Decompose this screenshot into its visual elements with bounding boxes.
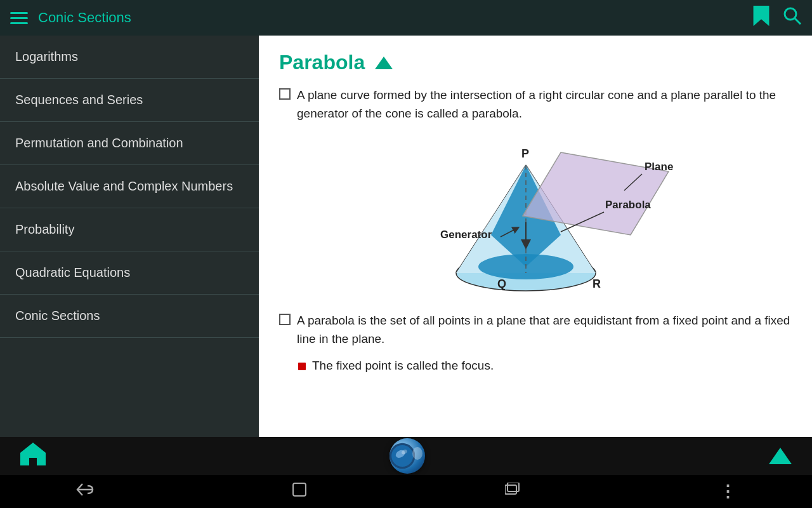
svg-rect-29 bbox=[293, 483, 306, 496]
page-up-arrow[interactable] bbox=[769, 448, 792, 464]
sub-bullet-dot-1 bbox=[298, 363, 306, 370]
svg-text:P: P bbox=[521, 147, 529, 160]
bullet-text-2: A parabola is the set of all points in a… bbox=[297, 311, 792, 349]
bullet-checkbox-1 bbox=[279, 88, 291, 100]
svg-text:Q: Q bbox=[497, 277, 506, 290]
sidebar-item-logarithms[interactable]: Logarithms bbox=[0, 36, 259, 79]
sidebar-item-permutation[interactable]: Permutation and Combination bbox=[0, 122, 259, 165]
topbar-right bbox=[752, 6, 802, 30]
svg-line-2 bbox=[795, 18, 801, 24]
parabola-header: Parabola bbox=[279, 51, 792, 74]
sidebar-item-conic[interactable]: Conic Sections bbox=[0, 295, 259, 338]
app-logo[interactable] bbox=[390, 438, 425, 474]
sidebar-item-sequences[interactable]: Sequences and Series bbox=[0, 79, 259, 122]
app-title: Conic Sections bbox=[38, 10, 131, 26]
main-area: Logarithms Sequences and Series Permutat… bbox=[0, 36, 812, 437]
search-icon[interactable] bbox=[783, 6, 802, 30]
parabola-diagram: P Q R Generator Plane Parabola bbox=[377, 133, 694, 298]
nav-back-button[interactable] bbox=[76, 483, 94, 500]
bottombar bbox=[0, 437, 812, 475]
svg-point-1 bbox=[785, 8, 796, 20]
sub-bullet-text-1: The fixed point is called the focus. bbox=[312, 359, 494, 373]
menu-icon[interactable] bbox=[10, 12, 28, 24]
topbar-left: Conic Sections bbox=[10, 10, 131, 26]
sidebar: Logarithms Sequences and Series Permutat… bbox=[0, 36, 259, 437]
home-icon[interactable] bbox=[20, 441, 46, 471]
bullet-item-2: A parabola is the set of all points in a… bbox=[279, 311, 792, 349]
bullet-text-1: A plane curve formed by the intersection… bbox=[297, 86, 792, 123]
svg-rect-31 bbox=[505, 485, 516, 494]
nav-home-button[interactable] bbox=[292, 482, 307, 501]
sidebar-item-quadratic[interactable]: Quadratic Equations bbox=[0, 251, 259, 295]
diagram-container: P Q R Generator Plane Parabola bbox=[279, 133, 792, 298]
svg-text:Parabola: Parabola bbox=[605, 199, 651, 211]
parabola-title: Parabola bbox=[279, 51, 365, 74]
svg-marker-0 bbox=[754, 6, 769, 26]
bookmark-icon[interactable] bbox=[752, 6, 770, 30]
svg-text:Generator: Generator bbox=[440, 229, 492, 241]
bullet-checkbox-2 bbox=[279, 314, 291, 325]
svg-text:R: R bbox=[593, 277, 601, 290]
content-panel: Parabola A plane curve formed by the int… bbox=[259, 36, 812, 437]
sidebar-item-absolute[interactable]: Absolute Value and Complex Numbers bbox=[0, 165, 259, 208]
scroll-up-arrow[interactable] bbox=[375, 57, 393, 69]
svg-rect-30 bbox=[508, 483, 519, 491]
topbar: Conic Sections bbox=[0, 0, 812, 36]
sub-bullet-1: The fixed point is called the focus. bbox=[298, 359, 792, 373]
sidebar-item-probability[interactable]: Probability bbox=[0, 208, 259, 251]
bullet-item-1: A plane curve formed by the intersection… bbox=[279, 86, 792, 123]
nav-more-button[interactable]: ⋮ bbox=[719, 482, 736, 502]
svg-text:Plane: Plane bbox=[645, 161, 673, 173]
nav-recent-button[interactable] bbox=[505, 483, 521, 500]
android-nav: ⋮ bbox=[0, 475, 812, 508]
svg-marker-23 bbox=[20, 443, 46, 465]
